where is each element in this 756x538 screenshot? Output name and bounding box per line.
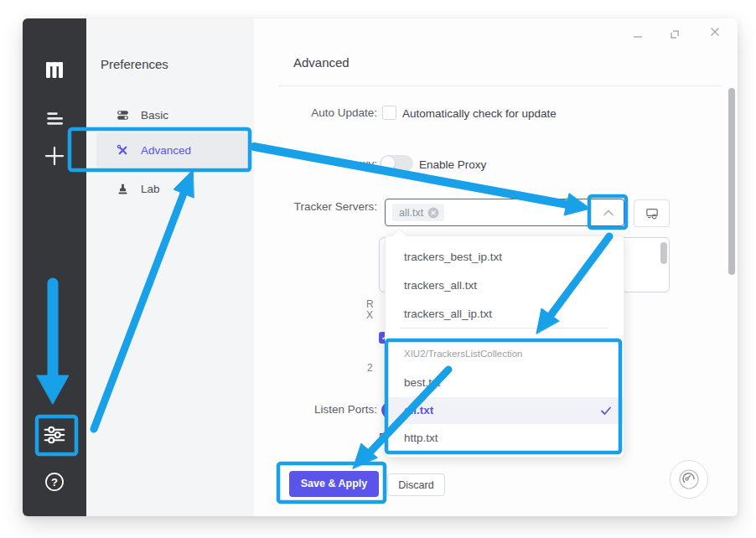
sidebar-item-label: Advanced [141,144,191,157]
maximize-button[interactable] [668,27,681,40]
tag-remove-icon[interactable] [427,207,439,219]
selected-tag: all.txt [392,204,444,221]
preferences-title: Preferences [101,57,168,71]
add-task-icon[interactable] [42,143,67,168]
sync-trackers-button[interactable] [634,199,670,227]
preferences-panel: Preferences Basic [86,18,254,516]
auto-update-label: Auto Update: [271,106,377,119]
hint-fragment: R [366,298,374,310]
dropdown-caret [391,228,406,243]
advanced-icon [116,143,130,158]
task-list-icon[interactable] [42,106,67,131]
panel-scrollbar[interactable] [728,88,735,275]
app-window: ? Preferences Basic [23,18,738,516]
textarea-scrollbar[interactable] [660,242,667,264]
svg-text:?: ? [51,476,58,489]
timestamp-fragment: 2 [367,362,373,374]
auto-update-checkbox[interactable] [382,106,396,120]
toggle-knob [381,157,395,170]
advanced-settings-panel: Advanced Auto Update: Automatically chec… [254,18,738,516]
minimize-button[interactable] [631,30,645,44]
save-apply-button[interactable]: Save & Apply [289,471,379,497]
page-title: Advanced [293,55,350,70]
hint-fragment: X [366,309,373,321]
screen: ? Preferences Basic [0,0,756,538]
close-button[interactable] [708,25,722,39]
sidebar-item-label: Lab [141,183,160,195]
check-icon [600,405,612,416]
help-icon[interactable]: ? [44,471,65,493]
sidebar-item-lab[interactable]: Lab [96,173,238,204]
preferences-icon[interactable] [42,422,67,447]
dropdown-group-label: XIU2/TrackersListCollection [386,344,624,364]
tag-label: all.txt [399,207,423,219]
chevron-up-icon[interactable] [603,208,614,218]
speed-limit-button[interactable] [670,460,708,499]
proxy-toggle-label: Enable Proxy [419,158,486,171]
app-sidebar: ? [23,18,86,516]
dropdown-option[interactable]: best.txt [386,369,624,397]
dropdown-option-selected[interactable]: all.txt [386,397,624,424]
dropdown-divider [401,328,608,328]
speedometer-icon [678,468,700,490]
lab-icon [116,182,130,196]
proxy-toggle[interactable] [380,155,413,172]
listen-ports-label: Listen Ports: [271,403,377,416]
sidebar-item-label: Basic [141,109,168,122]
dropdown-option[interactable]: http.txt [386,424,624,453]
tracker-dropdown: trackers_best_ip.txt trackers_all.txt tr… [385,235,624,458]
tracker-servers-select[interactable]: all.txt [385,199,624,226]
sidebar-item-advanced[interactable]: Advanced [96,132,248,168]
option-label: all.txt [404,404,433,416]
sync-icon [645,206,660,221]
auto-update-checkbox-label[interactable]: Automatically check for update [402,107,557,120]
dropdown-option[interactable]: trackers_all_ip.txt [386,300,624,328]
motrix-logo-icon [42,57,67,82]
discard-button[interactable]: Discard [387,473,445,496]
basic-icon [116,108,130,122]
tracker-servers-label: Tracker Servers: [271,200,377,213]
dropdown-option[interactable]: trackers_best_ip.txt [386,243,624,272]
title-divider [278,85,722,86]
sidebar-item-basic[interactable]: Basic [96,99,238,131]
dropdown-option[interactable]: trackers_all.txt [386,272,624,300]
proxy-label: Proxy: [271,158,377,170]
